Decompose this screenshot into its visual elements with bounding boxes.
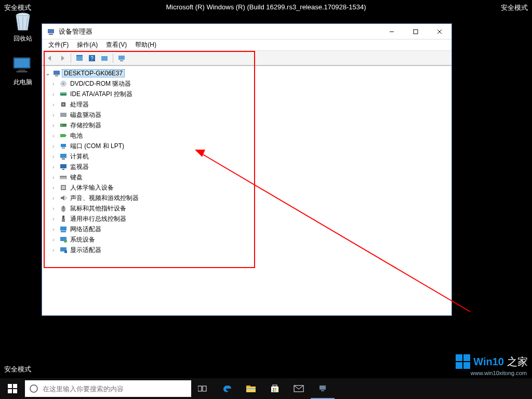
tree-node[interactable]: ›通用串行总线控制器 — [43, 214, 450, 224]
forward-button[interactable] — [57, 52, 68, 64]
svg-rect-32 — [60, 134, 65, 137]
tree-node[interactable]: ›监视器 — [43, 162, 450, 172]
file-explorer-button[interactable] — [239, 378, 263, 399]
tree-node[interactable]: ›网络适配器 — [43, 224, 450, 234]
monitor-button[interactable] — [116, 52, 127, 64]
safe-mode-label-bottom-left: 安全模式 — [4, 365, 31, 374]
chevron-right-icon[interactable]: › — [52, 112, 59, 118]
svg-rect-13 — [76, 56, 83, 61]
maximize-button[interactable] — [404, 24, 428, 39]
taskbar-search[interactable] — [25, 380, 191, 397]
ide-icon — [59, 90, 68, 98]
tree-node[interactable]: ›磁盘驱动器 — [43, 110, 450, 120]
tree-node[interactable]: ›端口 (COM 和 LPT) — [43, 141, 450, 151]
titlebar[interactable]: 设备管理器 — [42, 24, 451, 39]
window-title: 设备管理器 — [59, 27, 380, 36]
tree-node-label: 键盘 — [68, 173, 83, 182]
chevron-right-icon[interactable]: › — [52, 206, 59, 211]
chevron-right-icon[interactable]: › — [52, 91, 59, 97]
tree-node[interactable]: ›人体学输入设备 — [43, 182, 450, 193]
tree-node-label: DVD/CD-ROM 驱动器 — [68, 79, 131, 88]
store-button[interactable] — [263, 378, 287, 399]
tree-root[interactable]: ⌄ DESKTOP-GK06E37 — [43, 68, 450, 78]
properties-button[interactable] — [74, 52, 85, 64]
menu-view[interactable]: 查看(V) — [102, 41, 131, 49]
tree-node[interactable]: ›IDE ATA/ATAPI 控制器 — [43, 89, 450, 99]
recycle-bin-label: 回收站 — [6, 34, 39, 43]
cortana-icon[interactable] — [25, 384, 43, 393]
menubar: 文件(F) 操作(A) 查看(V) 帮助(H) — [42, 39, 451, 51]
svg-rect-20 — [54, 71, 60, 75]
device-manager-window: 设备管理器 文件(F) 操作(A) 查看(V) 帮助(H) ? ⌄ DESKTO… — [42, 23, 452, 316]
tree-node[interactable]: ›显示适配器 — [43, 245, 450, 255]
tree-node[interactable]: ›DVD/CD-ROM 驱动器 — [43, 78, 450, 89]
this-pc-icon[interactable]: 此电脑 — [6, 55, 39, 87]
svg-rect-21 — [55, 75, 58, 76]
help-button[interactable]: ? — [86, 52, 98, 64]
menu-action[interactable]: 操作(A) — [73, 41, 102, 49]
chevron-right-icon[interactable]: › — [52, 123, 59, 128]
taskbar — [0, 378, 532, 399]
monitor-icon — [59, 163, 68, 171]
svg-rect-44 — [65, 176, 66, 177]
svg-rect-72 — [273, 388, 274, 390]
svg-rect-73 — [275, 388, 276, 390]
device-tree[interactable]: ⌄ DESKTOP-GK06E37 ›DVD/CD-ROM 驱动器›IDE AT… — [42, 65, 451, 315]
chevron-right-icon[interactable]: › — [52, 81, 59, 87]
tree-node[interactable]: ›处理器 — [43, 99, 450, 110]
chevron-right-icon[interactable]: › — [52, 185, 59, 191]
tree-node[interactable]: ›电池 — [43, 130, 450, 141]
dvd-icon — [59, 79, 68, 88]
chevron-right-icon[interactable]: › — [52, 164, 59, 170]
refresh-button[interactable] — [99, 52, 110, 64]
menu-help[interactable]: 帮助(H) — [131, 41, 161, 49]
svg-rect-38 — [60, 164, 66, 168]
svg-rect-78 — [321, 390, 324, 391]
chevron-right-icon[interactable]: › — [52, 247, 59, 253]
tree-node-label: 网络适配器 — [68, 225, 101, 234]
mouse-icon — [59, 204, 68, 212]
chevron-down-icon[interactable]: ⌄ — [44, 70, 51, 77]
svg-rect-42 — [62, 176, 63, 177]
chevron-right-icon[interactable]: › — [52, 154, 59, 159]
svg-rect-74 — [273, 390, 274, 392]
minimize-button[interactable] — [380, 24, 404, 39]
svg-rect-35 — [62, 148, 65, 149]
start-button[interactable] — [0, 378, 25, 399]
tree-node-label: IDE ATA/ATAPI 控制器 — [68, 90, 132, 99]
svg-rect-3 — [18, 70, 25, 71]
svg-rect-69 — [246, 388, 256, 389]
mail-button[interactable] — [287, 378, 311, 399]
svg-rect-6 — [49, 34, 53, 35]
chevron-right-icon[interactable]: › — [52, 102, 59, 108]
svg-rect-67 — [246, 387, 256, 392]
root-node-label[interactable]: DESKTOP-GK06E37 — [62, 69, 125, 77]
chevron-right-icon[interactable]: › — [52, 227, 59, 232]
close-button[interactable] — [428, 24, 451, 39]
svg-rect-4 — [17, 71, 28, 72]
svg-point-55 — [64, 240, 67, 243]
tree-node-label: 系统设备 — [68, 235, 95, 244]
task-view-button[interactable] — [191, 378, 215, 399]
search-input[interactable] — [43, 385, 191, 393]
menu-file[interactable]: 文件(F) — [44, 41, 73, 49]
tree-node[interactable]: ›存储控制器 — [43, 120, 450, 130]
chevron-right-icon[interactable]: › — [52, 237, 59, 243]
svg-rect-25 — [61, 93, 66, 94]
tree-node[interactable]: ›键盘 — [43, 172, 450, 182]
chevron-right-icon[interactable]: › — [52, 143, 59, 149]
tree-node[interactable]: ›声音、视频和游戏控制器 — [43, 193, 450, 203]
chevron-right-icon[interactable]: › — [52, 216, 59, 222]
recycle-bin-icon[interactable]: 回收站 — [6, 11, 39, 43]
tree-node[interactable]: ›鼠标和其他指针设备 — [43, 203, 450, 214]
chevron-right-icon[interactable]: › — [52, 175, 59, 180]
chevron-right-icon[interactable]: › — [52, 195, 59, 201]
chevron-right-icon[interactable]: › — [52, 133, 59, 139]
svg-point-29 — [65, 115, 66, 116]
back-button[interactable] — [44, 52, 56, 64]
edge-button[interactable] — [215, 378, 239, 399]
device-manager-task-button[interactable] — [311, 378, 335, 399]
tree-node[interactable]: ›系统设备 — [43, 234, 450, 245]
tree-node[interactable]: ›计算机 — [43, 151, 450, 162]
this-pc-label: 此电脑 — [6, 78, 39, 87]
